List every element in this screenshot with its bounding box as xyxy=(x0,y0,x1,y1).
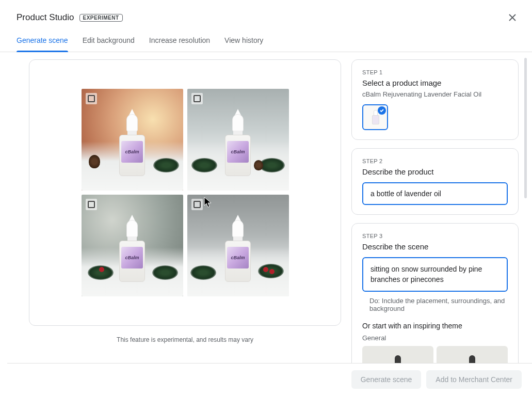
select-checkbox[interactable] xyxy=(191,93,203,104)
tab-generate-scene[interactable]: Generate scene xyxy=(17,32,68,52)
product-brand: cBalm xyxy=(125,149,139,154)
add-to-merchant-button[interactable]: Add to Merchant Center xyxy=(426,370,522,389)
experiment-badge: EXPERIMENT xyxy=(79,14,123,22)
product-description-input[interactable]: a bottle of lavender oil xyxy=(362,182,508,205)
disclaimer-text: This feature is experimental, and result… xyxy=(29,326,341,343)
product-brand: cBalm xyxy=(231,255,245,260)
scene-hint: Do: Include the placement, surroundings,… xyxy=(362,297,508,312)
step1-product-name: cBalm Rejuvenating Lavender Facial Oil xyxy=(362,90,508,98)
header: Product Studio EXPERIMENT xyxy=(0,0,532,28)
theme-heading: Or start with an inspiring theme xyxy=(362,322,508,330)
step2-title: Describe the product xyxy=(362,167,508,176)
step3-label: STEP 3 xyxy=(362,233,508,239)
step2-card: STEP 2 Describe the product a bottle of … xyxy=(351,148,519,215)
product-brand: cBalm xyxy=(231,149,245,154)
product-brand: cBalm xyxy=(125,255,139,260)
selected-product-thumbnail[interactable] xyxy=(362,104,388,130)
generated-image-4[interactable]: cBalm xyxy=(187,195,289,296)
step1-card: STEP 1 Select a product image cBalm Reju… xyxy=(351,59,519,140)
tab-bar: Generate scene Edit background Increase … xyxy=(0,28,532,52)
step1-label: STEP 1 xyxy=(362,69,508,75)
close-icon[interactable] xyxy=(508,13,517,24)
generate-scene-button[interactable]: Generate scene xyxy=(351,370,422,389)
generated-image-1[interactable]: cBalm xyxy=(82,89,183,191)
select-checkbox[interactable] xyxy=(86,199,97,210)
preview-panel: cBalm cBalm xyxy=(29,59,341,326)
step3-card: STEP 3 Describe the scene sitting on sno… xyxy=(351,223,519,369)
theme-category: General xyxy=(362,334,508,342)
footer-bar: Generate scene Add to Merchant Center xyxy=(7,363,532,395)
step1-title: Select a product image xyxy=(362,78,508,87)
generated-image-3[interactable]: cBalm xyxy=(82,195,183,296)
tab-increase-resolution[interactable]: Increase resolution xyxy=(149,32,210,52)
select-checkbox[interactable] xyxy=(86,93,97,104)
generated-image-2[interactable]: cBalm xyxy=(187,89,289,191)
tab-view-history[interactable]: View history xyxy=(224,32,263,52)
check-icon xyxy=(378,106,386,115)
app-title: Product Studio xyxy=(17,12,74,23)
step3-title: Describe the scene xyxy=(362,242,508,251)
scene-description-input[interactable]: sitting on snow surrounded by pine branc… xyxy=(362,257,508,292)
tab-edit-background[interactable]: Edit background xyxy=(83,32,135,52)
select-checkbox[interactable] xyxy=(191,199,203,210)
step2-label: STEP 2 xyxy=(362,158,508,164)
scrollbar[interactable] xyxy=(524,58,527,198)
